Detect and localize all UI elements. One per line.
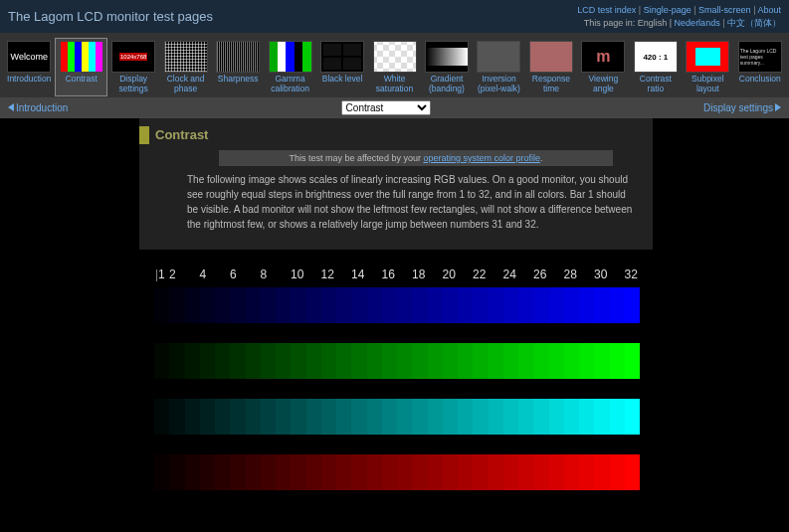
- tick-label: 14: [351, 267, 366, 281]
- tick-labels: |12468101214161820222426283032: [154, 267, 640, 281]
- nav-item-gamma[interactable]: Gamma calibration: [265, 39, 314, 95]
- tick-label: 6: [230, 267, 245, 281]
- thumb-clock-phase: [164, 41, 208, 73]
- contrast-bar-blue: [154, 287, 640, 323]
- thumb-white-saturation: [373, 41, 417, 73]
- thumb-sharpness: [216, 41, 260, 73]
- tick-label: [518, 267, 533, 281]
- nav-item-subpixel[interactable]: Subpixel layout: [683, 39, 732, 95]
- thumb-contrast: [60, 41, 103, 73]
- tick-label: 2: [169, 267, 184, 281]
- contrast-bar-cyan: [154, 399, 640, 435]
- nav-item-white-saturation[interactable]: White saturation: [369, 39, 419, 95]
- page-body: The following image shows scales of line…: [139, 172, 653, 250]
- nav-item-contrast[interactable]: Contrast: [56, 39, 105, 95]
- thumb-welcome: Welcome: [7, 41, 51, 73]
- thumb-conclusion: The Lagom LCD test pages summary...: [738, 41, 782, 73]
- content-area: Contrast This test may be affected by yo…: [0, 118, 789, 250]
- nav-item-sharpness[interactable]: Sharpness: [213, 39, 263, 95]
- thumb-contrast-ratio: 420 : 1: [634, 41, 678, 73]
- header-links: LCD test index | Single-page | Small-scr…: [577, 4, 781, 29]
- nav-bar: Welcome Introduction Contrast 1024x768 D…: [0, 33, 789, 97]
- tick-label: [336, 267, 351, 281]
- tick-label: 26: [533, 267, 548, 281]
- tick-label: [609, 267, 624, 281]
- page-title: Contrast: [155, 127, 208, 142]
- tick-label: [548, 267, 563, 281]
- contrast-bar-green: [154, 343, 640, 379]
- tick-label: 4: [200, 267, 215, 281]
- tick-label: [366, 267, 381, 281]
- tick-label: 18: [412, 267, 427, 281]
- thumb-black-level: [320, 41, 364, 73]
- tick-label: [397, 267, 412, 281]
- nav-item-black-level[interactable]: Black level: [317, 39, 367, 95]
- tick-label: 1: [158, 267, 169, 281]
- tick-label: [579, 267, 594, 281]
- arrow-right-icon: [775, 103, 781, 111]
- tick-label: 22: [473, 267, 488, 281]
- nav-item-clock-phase[interactable]: Clock and phase: [160, 39, 210, 95]
- next-link[interactable]: Display settings: [703, 102, 781, 113]
- tick-label: 28: [564, 267, 579, 281]
- nav-item-display-settings[interactable]: 1024x768 Display settings: [108, 39, 158, 95]
- link-lang-zh[interactable]: 中文（简体）: [727, 18, 781, 28]
- nav-item-conclusion[interactable]: The Lagom LCD test pages summary... Conc…: [735, 39, 785, 95]
- tick-label: [305, 267, 320, 281]
- nav-item-response-time[interactable]: Response time: [526, 39, 576, 95]
- link-about[interactable]: About: [757, 5, 781, 15]
- tick-label: [458, 267, 473, 281]
- tick-label: 8: [261, 267, 276, 281]
- link-single-page[interactable]: Single-page: [644, 5, 691, 15]
- nav-item-introduction[interactable]: Welcome Introduction: [4, 39, 54, 95]
- nav-item-gradient[interactable]: Gradient (banding): [422, 39, 472, 95]
- tick-label: [184, 267, 199, 281]
- tick-label: [215, 267, 230, 281]
- tick-label: [276, 267, 291, 281]
- tick-label: 16: [382, 267, 397, 281]
- tick-label: [488, 267, 502, 281]
- contrast-bar-red: [154, 454, 640, 490]
- thumb-gradient: [425, 41, 469, 73]
- tick-label: 12: [321, 267, 336, 281]
- link-lang-nl[interactable]: Nederlands: [675, 18, 720, 28]
- tick-label: 32: [625, 267, 640, 281]
- arrow-left-icon: [8, 103, 14, 111]
- header: The Lagom LCD monitor test pages LCD tes…: [0, 0, 789, 33]
- tick-label: 24: [503, 267, 518, 281]
- thumb-subpixel: [686, 41, 729, 73]
- thumb-inversion: [477, 41, 520, 73]
- sub-nav: Introduction Contrast Display settings: [0, 97, 789, 118]
- link-index[interactable]: LCD test index: [577, 5, 636, 15]
- color-profile-link[interactable]: operating system color profile: [423, 153, 540, 163]
- thumb-response-time: [529, 41, 573, 73]
- tick-label: [245, 267, 260, 281]
- nav-item-viewing-angle[interactable]: m Viewing angle: [578, 39, 628, 95]
- accent-bar: [139, 126, 149, 144]
- site-title: The Lagom LCD monitor test pages: [8, 9, 213, 24]
- nav-item-inversion[interactable]: Inversion (pixel-walk): [474, 39, 523, 95]
- nav-item-contrast-ratio[interactable]: 420 : 1 Contrast ratio: [631, 39, 681, 95]
- tick-label: 20: [443, 267, 458, 281]
- notice-banner: This test may be affected by your operat…: [219, 150, 613, 166]
- tick-label: [427, 267, 442, 281]
- tick-label: 30: [594, 267, 609, 281]
- thumb-display-settings: 1024x768: [111, 41, 155, 73]
- tick-label: 10: [291, 267, 305, 281]
- thumb-gamma: [269, 41, 312, 73]
- lang-label: This page in: English |: [584, 18, 672, 28]
- prev-link[interactable]: Introduction: [8, 102, 68, 113]
- thumb-viewing-angle: m: [581, 41, 625, 73]
- link-small-screen[interactable]: Small-screen: [698, 5, 751, 15]
- test-area: |12468101214161820222426283032: [0, 250, 789, 490]
- page-select[interactable]: Contrast: [341, 100, 431, 115]
